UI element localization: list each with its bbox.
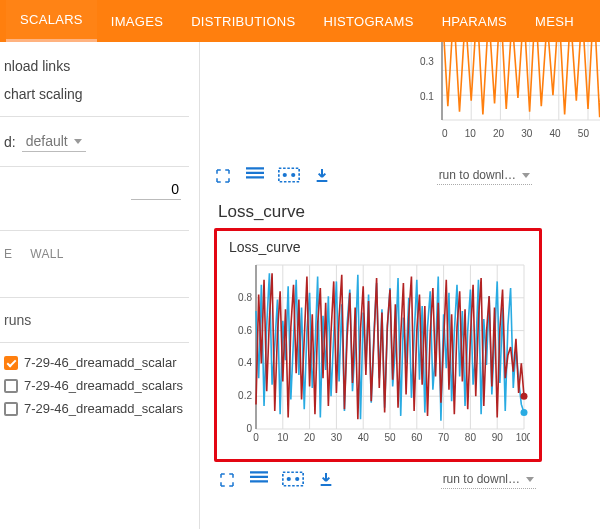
download-icon[interactable]	[318, 471, 334, 489]
expand-icon[interactable]	[214, 167, 232, 185]
run-label: 7-29-46_dreamadd_scalars	[24, 378, 183, 393]
svg-point-66	[296, 477, 299, 480]
option-chart-scaling[interactable]: chart scaling	[0, 80, 189, 108]
chart-ytick: 0.3	[420, 56, 434, 67]
download-icon[interactable]	[314, 167, 330, 185]
svg-rect-62	[250, 475, 268, 477]
tab-mesh[interactable]: MESH	[521, 0, 588, 42]
svg-rect-20	[246, 171, 264, 173]
svg-rect-22	[279, 168, 299, 182]
svg-rect-21	[246, 176, 264, 178]
chart-xtick: 20	[493, 128, 504, 139]
svg-text:50: 50	[384, 432, 396, 443]
run-download-label: run to downl…	[439, 168, 516, 182]
run-checkbox[interactable]	[4, 402, 18, 416]
card-title: Loss_curve	[225, 237, 531, 259]
toggle-y-log-icon[interactable]	[246, 167, 264, 185]
tab-histograms[interactable]: HISTOGRAMS	[309, 0, 427, 42]
svg-text:10: 10	[277, 432, 289, 443]
svg-text:100: 100	[516, 432, 530, 443]
run-checkbox[interactable]	[4, 356, 18, 370]
sidebar: nload links chart scaling d: default E W…	[0, 42, 200, 529]
chart-xtick: 0	[442, 128, 448, 139]
run-row[interactable]: 7-29-46_dreamadd_scalars	[0, 397, 189, 420]
svg-text:0.8: 0.8	[238, 292, 252, 303]
expand-icon[interactable]	[218, 471, 236, 489]
svg-rect-64	[283, 472, 303, 486]
chevron-down-icon	[74, 139, 82, 144]
svg-text:20: 20	[304, 432, 316, 443]
option-download-links[interactable]: nload links	[0, 52, 189, 80]
tab-time[interactable]: TIME	[588, 0, 600, 42]
svg-text:70: 70	[438, 432, 450, 443]
svg-rect-61	[250, 471, 268, 473]
svg-rect-63	[250, 480, 268, 482]
run-label: 7-29-46_dreamadd_scalar	[24, 355, 176, 370]
svg-point-65	[288, 477, 291, 480]
svg-text:80: 80	[465, 432, 477, 443]
svg-point-24	[292, 173, 295, 176]
tab-hparams[interactable]: HPARAMS	[428, 0, 521, 42]
tooltip-sort-value: default	[26, 133, 68, 149]
smoothing-input[interactable]	[131, 179, 181, 200]
run-download-select[interactable]: run to downl…	[437, 166, 532, 185]
toggle-y-log-icon[interactable]	[250, 471, 268, 489]
run-row[interactable]: 7-29-46_dreamadd_scalars	[0, 374, 189, 397]
main-panel: 0.3 0.1 0 10 20 30 40 50 60 70 80 90 100	[200, 42, 600, 529]
xaxis-option-relative[interactable]: E	[4, 247, 12, 261]
tab-scalars[interactable]: SCALARS	[6, 0, 97, 42]
svg-text:0.2: 0.2	[238, 390, 252, 401]
svg-text:0.4: 0.4	[238, 357, 252, 368]
tooltip-sort-label: d:	[4, 134, 16, 150]
upper-chart: 0.3 0.1 0 10 20 30 40 50 60 70 80 90 100	[412, 42, 600, 156]
svg-text:90: 90	[492, 432, 504, 443]
fit-domain-icon[interactable]	[282, 471, 304, 489]
chart-xtick: 30	[521, 128, 532, 139]
svg-text:0: 0	[253, 432, 259, 443]
run-checkbox[interactable]	[4, 379, 18, 393]
chevron-down-icon	[522, 173, 530, 178]
run-download-select[interactable]: run to downl…	[441, 470, 536, 489]
run-row[interactable]: 7-29-46_dreamadd_scalar	[0, 351, 189, 374]
svg-rect-19	[246, 167, 264, 169]
svg-text:30: 30	[331, 432, 343, 443]
xaxis-option-wall[interactable]: WALL	[30, 247, 63, 261]
tab-distributions[interactable]: DISTRIBUTIONS	[177, 0, 309, 42]
loss-curve-chart[interactable]: 00.20.40.60.80102030405060708090100	[226, 259, 530, 449]
chart-xtick: 40	[550, 128, 561, 139]
top-tab-bar: SCALARS IMAGES DISTRIBUTIONS HISTOGRAMS …	[0, 0, 600, 42]
svg-text:0.6: 0.6	[238, 325, 252, 336]
svg-point-44	[521, 393, 528, 400]
svg-text:40: 40	[358, 432, 370, 443]
svg-text:0: 0	[246, 423, 252, 434]
svg-text:60: 60	[411, 432, 423, 443]
tooltip-sort-select[interactable]: default	[22, 131, 86, 152]
tab-images[interactable]: IMAGES	[97, 0, 177, 42]
chart-xtick: 10	[465, 128, 476, 139]
chart-ytick: 0.1	[420, 91, 434, 102]
chart-xtick: 50	[578, 128, 589, 139]
loss-curve-card: Loss_curve 00.20.40.60.80102030405060708…	[214, 228, 542, 462]
svg-point-43	[521, 409, 528, 416]
run-label: 7-29-46_dreamadd_scalars	[24, 401, 183, 416]
fit-domain-icon[interactable]	[278, 167, 300, 185]
chevron-down-icon	[526, 477, 534, 482]
runs-filter-label: runs	[0, 306, 189, 334]
svg-point-23	[284, 173, 287, 176]
run-download-label: run to downl…	[443, 472, 520, 486]
